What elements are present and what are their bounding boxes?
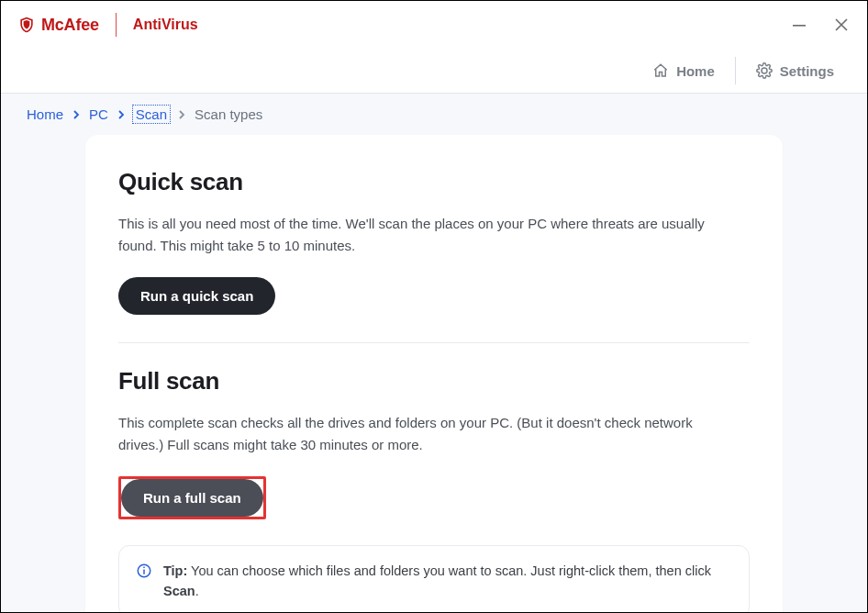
breadcrumb-pc[interactable]: PC [89, 106, 108, 122]
breadcrumb: Home PC Scan Scan types [1, 94, 867, 131]
gear-icon [756, 62, 773, 79]
scan-card: Quick scan This is all you need most of … [85, 135, 783, 613]
top-nav: Home Settings [1, 49, 867, 93]
full-scan-highlight: Run a full scan [118, 476, 266, 519]
window-controls [790, 16, 851, 34]
home-icon [652, 62, 669, 79]
mcafee-shield-icon [17, 16, 36, 34]
nav-separator [735, 57, 736, 84]
nav-settings-label: Settings [780, 63, 834, 79]
svg-rect-3 [143, 567, 145, 569]
close-button[interactable] [832, 16, 851, 34]
chevron-right-icon [72, 110, 80, 119]
breadcrumb-current: Scan types [195, 106, 262, 122]
svg-rect-2 [143, 570, 145, 574]
full-scan-desc: This complete scan checks all the drives… [118, 412, 724, 456]
info-icon [136, 563, 152, 579]
brand-divider [116, 13, 117, 37]
brand-name: McAfee [41, 16, 99, 35]
tip-label: Tip: [163, 563, 187, 578]
svg-rect-0 [793, 25, 806, 27]
chevron-right-icon [117, 110, 125, 119]
chevron-right-icon [178, 110, 185, 119]
full-scan-section: Full scan This complete scan checks all … [118, 367, 750, 519]
tip-text-after: . [195, 584, 199, 598]
run-quick-scan-button[interactable]: Run a quick scan [118, 277, 275, 315]
minimize-button[interactable] [790, 16, 808, 34]
breadcrumb-home[interactable]: Home [27, 106, 63, 122]
run-full-scan-button[interactable]: Run a full scan [121, 479, 263, 517]
tip-text-before: You can choose which files and folders y… [187, 563, 711, 578]
nav-home-label: Home [676, 63, 715, 79]
titlebar: McAfee AntiVirus [1, 1, 867, 49]
quick-scan-title: Quick scan [118, 168, 750, 196]
content-area: Home PC Scan Scan types Quick scan This … [1, 93, 867, 612]
full-scan-title: Full scan [118, 367, 750, 396]
tip-box: Tip: You can choose which files and fold… [118, 545, 750, 613]
nav-settings[interactable]: Settings [741, 57, 849, 84]
brand: McAfee AntiVirus [17, 13, 198, 37]
tip-text: Tip: You can choose which files and fold… [163, 561, 732, 602]
nav-home[interactable]: Home [638, 57, 729, 84]
brand-product: AntiVirus [133, 17, 198, 33]
section-divider [118, 342, 750, 343]
quick-scan-desc: This is all you need most of the time. W… [118, 213, 724, 257]
breadcrumb-scan[interactable]: Scan [134, 106, 169, 122]
quick-scan-section: Quick scan This is all you need most of … [118, 168, 750, 315]
tip-bold: Scan [163, 584, 195, 598]
